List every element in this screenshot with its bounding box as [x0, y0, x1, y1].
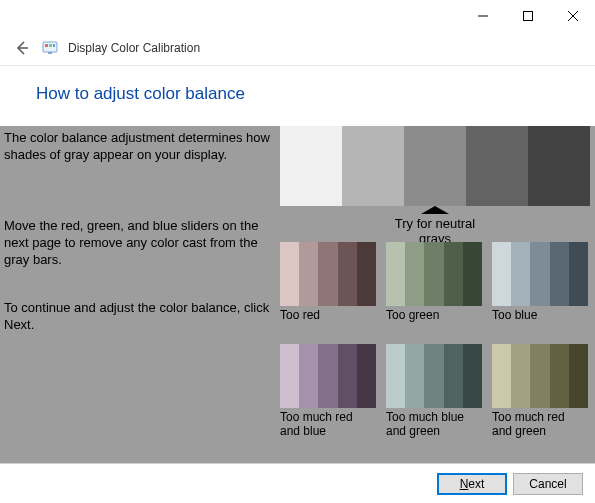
- example-label: Too green: [386, 308, 482, 338]
- example-label: Too much red and blue: [280, 410, 376, 440]
- example-swatch: [386, 344, 482, 408]
- neutral-pointer: Try for neutral grays: [380, 206, 490, 246]
- instruction-1: The color balance adjustment determines …: [4, 130, 274, 164]
- neutral-gray-row: [280, 126, 590, 206]
- window-title: Display Color Calibration: [68, 41, 200, 55]
- svg-rect-1: [523, 12, 532, 21]
- neutral-swatch: [280, 126, 342, 206]
- header: Display Color Calibration: [0, 30, 595, 66]
- svg-rect-8: [53, 44, 55, 47]
- back-button[interactable]: [12, 38, 32, 58]
- example-label: Too much red and green: [492, 410, 588, 440]
- example-cell: Too much red and blue: [280, 344, 376, 440]
- caret-up-icon: [421, 206, 449, 214]
- example-swatch: [386, 242, 482, 306]
- example-cell: Too green: [386, 242, 482, 338]
- maximize-button[interactable]: [505, 2, 550, 30]
- example-cell: Too much red and green: [492, 344, 588, 440]
- instruction-2: Move the red, green, and blue sliders on…: [4, 218, 274, 269]
- example-swatch: [492, 242, 588, 306]
- svg-rect-9: [48, 52, 52, 54]
- illustration-area: The color balance adjustment determines …: [0, 126, 595, 463]
- neutral-swatch: [404, 126, 466, 206]
- example-swatch: [280, 242, 376, 306]
- svg-rect-7: [49, 44, 52, 47]
- neutral-swatch: [466, 126, 528, 206]
- footer: Next Cancel: [0, 463, 595, 503]
- neutral-swatch: [528, 126, 590, 206]
- example-swatch: [280, 344, 376, 408]
- cancel-button[interactable]: Cancel: [513, 473, 583, 495]
- svg-rect-6: [45, 44, 48, 47]
- close-button[interactable]: [550, 2, 595, 30]
- example-grid: Too redToo greenToo blueToo much red and…: [280, 242, 590, 440]
- neutral-swatch: [342, 126, 404, 206]
- page-heading: How to adjust color balance: [0, 66, 595, 122]
- content: How to adjust color balance The color ba…: [0, 66, 595, 463]
- titlebar: [0, 0, 595, 30]
- example-label: Too much blue and green: [386, 410, 482, 440]
- instruction-3: To continue and adjust the color balance…: [4, 300, 274, 334]
- example-label: Too red: [280, 308, 376, 338]
- example-cell: Too red: [280, 242, 376, 338]
- example-label: Too blue: [492, 308, 588, 338]
- next-button[interactable]: Next: [437, 473, 507, 495]
- example-cell: Too blue: [492, 242, 588, 338]
- example-cell: Too much blue and green: [386, 344, 482, 440]
- example-swatch: [492, 344, 588, 408]
- minimize-button[interactable]: [460, 2, 505, 30]
- app-icon: [42, 40, 58, 56]
